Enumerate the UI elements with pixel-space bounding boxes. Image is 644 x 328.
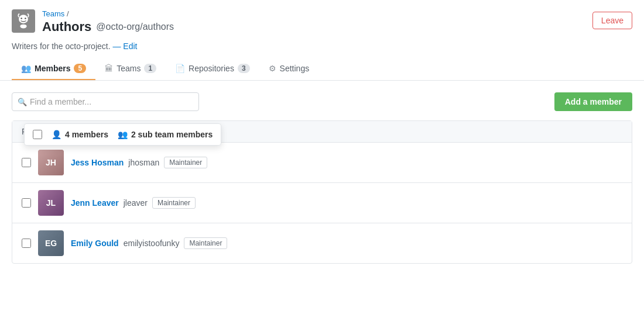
member-handle-3: emilyistoofunky (124, 239, 180, 248)
role-badge-2: Maintainer (152, 197, 196, 209)
tab-teams[interactable]: 🏛 Teams 1 (95, 58, 166, 80)
header-text: Teams / Authors @octo-org/authors (42, 9, 174, 34)
avatar: EG (38, 230, 64, 256)
tabs: 👥 Members 5 🏛 Teams 1 📄 Repositories 3 ⚙… (12, 58, 632, 80)
member-handle-2: jleaver (124, 198, 148, 208)
avatar-image-2: JL (38, 190, 64, 216)
member-handle-1: jhosman (128, 158, 159, 167)
header-top: Teams / Authors @octo-org/authors Leave (12, 9, 632, 34)
main-content: 🔍 Add a member 👤 4 members 👥 2 sub (0, 81, 644, 275)
octocat-avatar (12, 9, 35, 33)
member-name-1[interactable]: Jess Hosman (71, 158, 124, 167)
breadcrumb-separator: / (67, 9, 69, 18)
header-left: Teams / Authors @octo-org/authors (12, 9, 174, 34)
member-name-2[interactable]: Jenn Leaver (71, 198, 119, 208)
sub-team-count: 👥 2 sub team members (118, 130, 213, 139)
page-title: Authors @octo-org/authors (42, 19, 174, 34)
table-row: JH Jess Hosman jhosman Maintainer (12, 143, 632, 183)
role-badge-1: Maintainer (164, 157, 207, 168)
member-checkbox-3[interactable] (22, 239, 31, 248)
avatar-image-1: JH (38, 150, 64, 175)
avatar: JL (38, 190, 64, 216)
member-info-3: Emily Gould emilyistoofunky Maintainer (71, 237, 227, 249)
member-info-1: Jess Hosman jhosman Maintainer (71, 157, 207, 168)
org-handle: @octo-org/authors (96, 22, 174, 32)
members-icon: 👤 (52, 130, 61, 139)
svg-point-4 (20, 25, 26, 29)
leave-button[interactable]: Leave (592, 12, 632, 29)
tab-members[interactable]: 👥 Members 5 (12, 58, 95, 80)
description-text: Writers for the octo-project. (12, 42, 111, 51)
member-checkbox-1[interactable] (22, 158, 31, 167)
repositories-count-badge: 3 (238, 64, 250, 73)
members-header: 👤 4 members 👥 2 sub team members Role ▾ (12, 121, 632, 143)
svg-point-3 (25, 18, 26, 19)
select-all-checkbox[interactable] (33, 130, 42, 139)
add-member-button[interactable]: Add a member (554, 92, 632, 111)
tab-settings[interactable]: ⚙ Settings (259, 58, 319, 80)
avatar-image-3: EG (38, 230, 64, 256)
members-table: 👤 4 members 👥 2 sub team members Role ▾ (12, 120, 632, 264)
table-row: EG Emily Gould emilyistoofunky Maintaine… (12, 223, 632, 263)
member-info-2: Jenn Leaver jleaver Maintainer (71, 197, 196, 209)
member-name-3[interactable]: Emily Gould (71, 239, 119, 248)
tab-repositories[interactable]: 📄 Repositories 3 (166, 58, 259, 80)
avatar: JH (38, 150, 64, 175)
members-count-label: 4 members (65, 130, 108, 139)
search-input[interactable] (12, 92, 199, 111)
members-count-badge: 5 (74, 64, 86, 73)
page-header: Teams / Authors @octo-org/authors Leave … (0, 0, 644, 81)
search-add-row: 🔍 Add a member (12, 92, 632, 111)
sub-team-icon: 👥 (118, 130, 128, 139)
settings-tab-icon: ⚙ (269, 64, 276, 73)
members-count: 👤 4 members (52, 130, 108, 139)
page-wrapper: Teams / Authors @octo-org/authors Leave … (0, 0, 644, 328)
breadcrumb: Teams / (42, 9, 174, 18)
role-badge-3: Maintainer (184, 237, 227, 249)
teams-tab-icon: 🏛 (105, 64, 113, 73)
tab-members-label: Members (35, 64, 70, 73)
tab-repositories-label: Repositories (189, 64, 234, 73)
members-tab-icon: 👥 (21, 64, 31, 73)
description: Writers for the octo-project. — Edit (12, 37, 632, 58)
members-tooltip-popup: 👤 4 members 👥 2 sub team members (24, 123, 221, 146)
member-checkbox-2[interactable] (22, 198, 31, 208)
sub-team-count-label: 2 sub team members (131, 130, 213, 139)
search-icon: 🔍 (18, 98, 27, 106)
teams-count-badge: 1 (144, 64, 156, 73)
breadcrumb-link[interactable]: Teams (42, 9, 64, 18)
tab-settings-label: Settings (280, 64, 310, 73)
title-text: Authors (42, 19, 91, 34)
edit-link[interactable]: — Edit (112, 42, 137, 51)
svg-point-1 (19, 15, 28, 23)
tab-teams-label: Teams (117, 64, 141, 73)
repositories-tab-icon: 📄 (175, 64, 185, 73)
svg-point-2 (20, 18, 22, 19)
table-row: JL Jenn Leaver jleaver Maintainer (12, 183, 632, 223)
search-input-wrap: 🔍 (12, 92, 199, 111)
